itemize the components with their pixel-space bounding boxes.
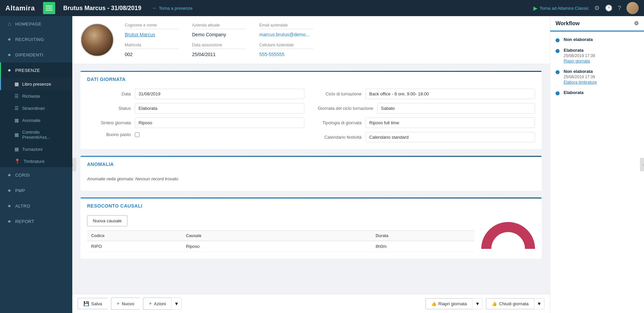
- workflow-step-action-1[interactable]: Riapri giornata: [564, 59, 595, 63]
- sidebar-item-straordinari[interactable]: ☰ Straordinari: [0, 102, 72, 114]
- sidebar-item-controllo[interactable]: ▦ Controllo Presenti/Ass...: [0, 126, 72, 143]
- logo: Altamira: [5, 4, 35, 12]
- workflow-dot-1: [556, 49, 560, 53]
- actions-icon: +: [149, 301, 152, 307]
- calendario-input[interactable]: [366, 132, 535, 142]
- prev-arrow-button[interactable]: ‹: [72, 158, 76, 171]
- buono-row: Buono pasto: [87, 132, 304, 137]
- reopen-button[interactable]: 👍 Riapri giornata: [425, 298, 472, 309]
- tipologia-input[interactable]: [366, 118, 535, 128]
- sidebar-item-report[interactable]: ● Report: [0, 214, 72, 229]
- sidebar-submenu-presenze: ▦ Libro presenze ☰ Richieste ☰ Straordin…: [0, 78, 72, 167]
- sidebar-item-dipendenti[interactable]: ● Dipendenti: [0, 47, 72, 62]
- email-value[interactable]: marcus.brutus@demo...: [259, 32, 313, 37]
- close-label: Chiudi giornata: [499, 301, 528, 306]
- hamburger-button[interactable]: [43, 2, 55, 14]
- ciclo-label: Ciclo di turnazione: [318, 91, 362, 96]
- help-icon[interactable]: ?: [618, 5, 621, 12]
- sidebar-label-straordinari: Straordinari: [22, 106, 45, 111]
- cognome-label: Cognome e nome: [125, 23, 179, 29]
- actions-button[interactable]: + Azioni: [143, 298, 171, 310]
- main-layout: ⌂ Homepage ● Recruiting ● Dipendenti ● P…: [0, 16, 644, 313]
- sidebar-item-corsi[interactable]: ● Corsi: [0, 167, 72, 183]
- sidebar-item-timbrature[interactable]: 📍 Timbrature: [0, 155, 72, 167]
- cognome-value[interactable]: Brutus Marcus: [125, 32, 179, 37]
- dati-giornata-title: DATI GIORNATA: [80, 72, 542, 85]
- sidebar-label-turnazioni: Turnazioni: [22, 147, 42, 152]
- content-with-sidebar: ‹ Cognome e nome Brutus Marcus Matricola…: [72, 16, 644, 313]
- buono-checkbox[interactable]: [135, 132, 140, 137]
- close-icon: 👍: [492, 301, 497, 306]
- main-content: DATI GIORNATA Data Status: [72, 64, 550, 294]
- cellulare-value[interactable]: 555-555555: [259, 52, 313, 57]
- header-right: ▶ Torna ad Altamira Classic ⚙ 🕐 ?: [533, 2, 639, 14]
- pie-chart: [481, 215, 535, 249]
- next-arrow-button[interactable]: ›: [640, 158, 644, 171]
- giornata-row: Giornata del ciclo turnazione: [318, 103, 535, 114]
- clock-icon[interactable]: 🕐: [605, 4, 612, 12]
- right-buttons: 👍 Riapri giornata ▼ 👍 Chiudi giornata ▼: [425, 298, 544, 309]
- sidebar-item-libro-presenze[interactable]: ▦ Libro presenze: [0, 78, 72, 90]
- classic-link[interactable]: ▶ Torna ad Altamira Classic: [533, 5, 589, 11]
- reopen-btn-group: 👍 Riapri giornata ▼: [425, 298, 483, 309]
- sidebar-label-pmp: PMP: [15, 188, 25, 193]
- profile-field-azienda: Azienda attuale Demo Company Data assunz…: [192, 23, 246, 57]
- azienda-label: Azienda attuale: [192, 23, 246, 29]
- sidebar-item-presenze[interactable]: ● Presenze: [0, 62, 72, 78]
- workflow-title: Workflow: [556, 20, 580, 27]
- workflow-step-action-2[interactable]: Elabora timbrature: [564, 80, 597, 85]
- turnazioni-icon: ▦: [14, 146, 19, 152]
- sidebar-item-turnazioni[interactable]: ▦ Turnazioni: [0, 143, 72, 155]
- reopen-dropdown-button[interactable]: ▼: [472, 298, 483, 309]
- status-input[interactable]: [135, 103, 304, 114]
- workflow-gear-icon[interactable]: ⚙: [634, 20, 639, 27]
- new-button[interactable]: + Nuovo: [111, 298, 140, 310]
- save-btn-group: 💾 Salva: [78, 298, 108, 309]
- profile-header: Cognome e nome Brutus Marcus Matricola 0…: [72, 16, 550, 64]
- workflow-dot-0: [556, 38, 560, 42]
- sintesi-row: Sintesi giornata: [87, 118, 304, 128]
- sidebar-item-richieste[interactable]: ☰ Richieste: [0, 90, 72, 102]
- back-link[interactable]: ← Torna a presenze: [152, 5, 192, 11]
- cell-codice: RIPO: [91, 244, 186, 249]
- workflow-content: Non elaborata Elaborata 25/08/2019 17:39…: [550, 32, 644, 313]
- data-row: Data: [87, 89, 304, 99]
- sidebar-item-recruiting[interactable]: ● Recruiting: [0, 32, 72, 47]
- actions-label: Azioni: [154, 301, 166, 306]
- avatar[interactable]: [627, 2, 639, 14]
- sidebar-item-homepage[interactable]: ⌂ Homepage: [0, 16, 72, 32]
- timbrature-icon: 📍: [14, 159, 20, 164]
- sidebar-label-controllo: Controllo Presenti/Ass...: [22, 130, 66, 140]
- sidebar-item-anomalie[interactable]: ▦ Anomalie: [0, 114, 72, 126]
- altro-icon: ●: [8, 203, 11, 209]
- sidebar-item-altro[interactable]: ● Altro: [0, 198, 72, 214]
- profile-avatar: [80, 23, 114, 57]
- report-icon: ●: [8, 218, 11, 224]
- actions-dropdown-button[interactable]: ▼: [171, 298, 182, 310]
- avatar-image: [627, 2, 639, 14]
- profile-fields: Cognome e nome Brutus Marcus Matricola 0…: [125, 23, 542, 57]
- sidebar-item-pmp[interactable]: ● PMP: [0, 183, 72, 198]
- sintesi-label: Sintesi giornata: [87, 120, 131, 125]
- col-durata: Durata: [376, 233, 470, 238]
- sidebar-label-corsi: Corsi: [15, 173, 30, 178]
- workflow-step-date-2: 25/08/2019 17:39: [564, 75, 597, 79]
- giornata-input[interactable]: [377, 103, 535, 114]
- close-button[interactable]: 👍 Chiudi giornata: [486, 298, 534, 309]
- workflow-dot-2: [556, 70, 560, 74]
- sintesi-input[interactable]: [135, 118, 304, 128]
- close-dropdown-button[interactable]: ▼: [534, 298, 544, 309]
- workflow-step-2: Non elaborata 25/08/2019 17:39 Elabora t…: [556, 69, 639, 85]
- left-fields: Data Status Sintesi giornata: [87, 89, 304, 142]
- dati-giornata-card: DATI GIORNATA Data Status: [80, 71, 542, 149]
- sidebar: ⌂ Homepage ● Recruiting ● Dipendenti ● P…: [0, 16, 72, 313]
- profile-avatar-image: [81, 24, 113, 56]
- right-fields: Ciclo di turnazione Giornata del ciclo t…: [318, 89, 535, 142]
- data-input[interactable]: [135, 89, 304, 99]
- ciclo-input[interactable]: [366, 89, 535, 99]
- workflow-step-info-3: Elaborata: [564, 90, 583, 95]
- new-causale-button[interactable]: Nuova causale: [87, 215, 127, 226]
- settings-icon[interactable]: ⚙: [594, 4, 600, 12]
- save-button[interactable]: 💾 Salva: [78, 298, 108, 309]
- workflow-step-info-0: Non elaborata: [564, 37, 593, 42]
